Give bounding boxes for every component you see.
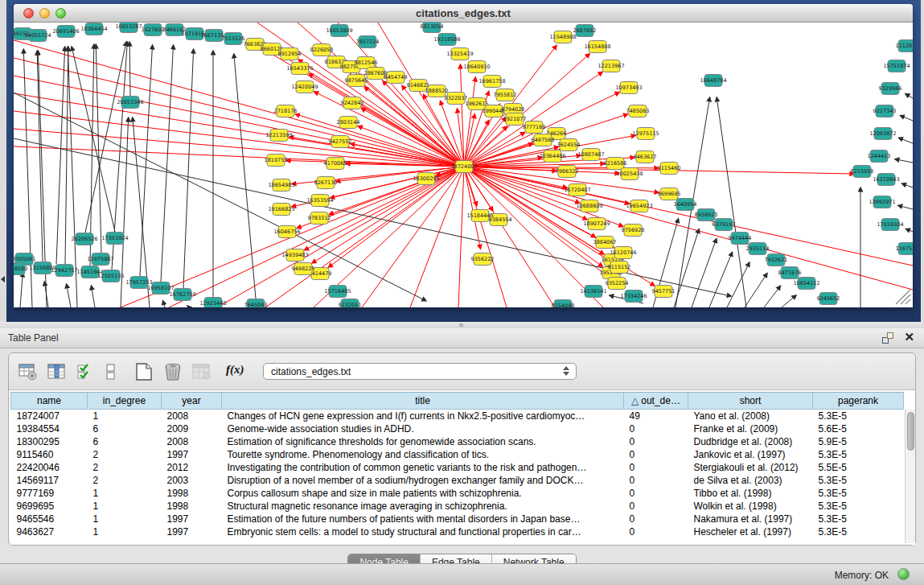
table-row[interactable]: 977716911998Corpus callosum shape and si… xyxy=(11,487,904,500)
row-height-icon[interactable] xyxy=(105,363,117,381)
graph-node[interactable]: 16046756 xyxy=(273,226,300,238)
graph-node[interactable]: 6379197 xyxy=(713,219,736,231)
graph-node[interactable]: 3884067 xyxy=(593,237,617,249)
function-builder-icon[interactable]: f(x) xyxy=(226,363,250,381)
column-header-short[interactable]: short xyxy=(688,393,813,410)
graph-node[interactable]: 9777169 xyxy=(523,122,546,134)
graph-node[interactable]: 6497568 xyxy=(532,134,555,146)
delete-table-icon[interactable] xyxy=(163,363,183,381)
graph-node[interactable]: 18654983 xyxy=(268,179,294,192)
graph-node[interactable]: 1527602 xyxy=(142,24,165,36)
graph-node[interactable]: 16210643 xyxy=(873,174,899,186)
table-settings-icon[interactable] xyxy=(18,363,38,381)
graph-node[interactable]: 12213967 xyxy=(598,60,624,72)
graph-node[interactable]: 1640954 xyxy=(674,199,697,211)
graph-node[interactable]: 10654112 xyxy=(793,278,819,290)
graph-node[interactable]: 10973493 xyxy=(615,82,642,94)
graph-node[interactable]: 9329966 xyxy=(879,83,902,95)
column-header-out_de[interactable]: △out_de… xyxy=(624,393,688,410)
column-header-pagerank[interactable]: pagerank xyxy=(813,393,904,410)
graph-node[interactable]: 9115152 xyxy=(608,262,631,274)
graph-node[interactable]: 9498225 xyxy=(292,263,315,275)
graph-node[interactable]: 12093872 xyxy=(869,128,896,140)
select-rows-icon[interactable] xyxy=(76,363,96,381)
graph-node[interactable]: 12923448 xyxy=(199,298,226,308)
graph-node[interactable]: 1244413 xyxy=(868,150,891,163)
table-row[interactable]: 1938455462009Genome-wide association stu… xyxy=(11,422,904,435)
graph-node[interactable]: 20053346 xyxy=(117,97,143,109)
graph-node[interactable]: 14136141 xyxy=(580,286,606,298)
table-row[interactable]: 911546021997Tourette syndrome. Phenomeno… xyxy=(11,448,904,461)
graph-node[interactable]: 7955812 xyxy=(494,89,517,101)
graph-node[interactable]: 8322037 xyxy=(445,93,468,105)
graph-node[interactable]: 12420049 xyxy=(291,81,318,93)
graph-node[interactable]: 19218586 xyxy=(433,34,460,46)
graph-node[interactable]: 9457751 xyxy=(652,286,676,298)
graph-node[interactable]: 2935114 xyxy=(746,243,770,255)
graph-node[interactable]: 4170065 xyxy=(324,158,347,170)
graph-node[interactable]: 1112877 xyxy=(896,40,913,52)
graph-node[interactable]: 9463627 xyxy=(634,151,657,163)
graph-node[interactable]: 16353594 xyxy=(306,195,333,207)
graph-node[interactable]: 1167534 xyxy=(896,243,913,255)
import-table-icon[interactable] xyxy=(192,363,211,381)
graph-node[interactable]: 9242843 xyxy=(341,97,364,109)
graph-node[interactable]: 13992971 xyxy=(869,196,895,208)
float-panel-icon[interactable] xyxy=(882,332,893,344)
graph-node[interactable]: 7515526 xyxy=(222,33,245,45)
network-graph-canvas[interactable]: 1991515714055724206914061838445410653287… xyxy=(14,23,913,307)
column-header-name[interactable]: name xyxy=(11,393,88,410)
graph-node[interactable]: 12975115 xyxy=(632,128,659,140)
citation-network-graph[interactable]: 1991515714055724206914061838445410653287… xyxy=(14,23,913,307)
graph-node[interactable]: 8226058 xyxy=(310,44,334,56)
new-table-icon[interactable] xyxy=(134,363,154,381)
resize-grip-icon[interactable] xyxy=(896,290,910,304)
column-header-in_degree[interactable]: in_degree xyxy=(88,393,162,410)
table-scrollbar-thumb[interactable] xyxy=(907,412,914,451)
column-header-year[interactable]: year xyxy=(162,393,222,410)
graph-node[interactable]: 2718176 xyxy=(274,105,298,117)
table-scrollbar[interactable] xyxy=(905,410,915,543)
graph-node[interactable]: 9245652 xyxy=(817,293,840,305)
graph-node[interactable]: 12975887 xyxy=(87,253,113,266)
graph-node[interactable]: 9783312 xyxy=(308,212,331,225)
panel-collapse-arrow-icon[interactable] xyxy=(1,276,5,282)
graph-node[interactable]: 7932621 xyxy=(765,254,788,266)
graph-node[interactable]: 9474444 xyxy=(729,233,752,245)
table-row[interactable]: 946362711997Embryonic stem cells: a mode… xyxy=(11,525,904,538)
graph-node[interactable]: 8813054 xyxy=(421,23,444,33)
memory-status-indicator[interactable] xyxy=(897,568,910,580)
table-row[interactable]: 1830029562008Estimation of significance … xyxy=(11,435,904,448)
close-panel-icon[interactable]: ✕ xyxy=(904,331,914,344)
split-pane-divider[interactable] xyxy=(0,322,924,328)
table-row[interactable]: 946554611997Estimation of the future num… xyxy=(11,513,904,525)
graph-node[interactable]: 7857224 xyxy=(356,36,380,48)
node-table-grid[interactable]: namein_degreeyeartitle△out_de…shortpager… xyxy=(10,392,904,538)
graph-node[interactable]: 16648784 xyxy=(700,75,726,87)
graph-node[interactable]: 9352254 xyxy=(606,278,629,290)
graph-node[interactable]: 18640910 xyxy=(463,61,490,73)
graph-node[interactable]: 7986322 xyxy=(556,166,579,178)
graph-node[interactable]: 10653287 xyxy=(115,23,142,33)
graph-node[interactable]: 3624554 xyxy=(557,139,581,151)
graph-node[interactable]: 16961758 xyxy=(478,76,505,88)
graph-node[interactable]: 8912954 xyxy=(278,48,302,60)
graph-node[interactable]: 9427552 xyxy=(329,136,352,148)
graph-node[interactable]: 1810753 xyxy=(265,154,288,167)
graph-node[interactable]: 18907249 xyxy=(583,218,610,230)
graph-node[interactable]: 16543376 xyxy=(286,63,313,75)
column-header-title[interactable]: title xyxy=(222,393,624,410)
network-table-select[interactable]: citations_edges.txt xyxy=(263,363,577,380)
graph-node[interactable]: 2687682 xyxy=(573,25,597,37)
graph-node[interactable]: 8471676 xyxy=(778,267,802,279)
graph-node[interactable]: 9875645 xyxy=(345,75,368,87)
graph-node[interactable]: 9756928 xyxy=(622,225,645,237)
table-row[interactable]: 1456911722003Disruption of a novel membe… xyxy=(11,474,904,487)
graph-node[interactable]: 9232051 xyxy=(339,299,362,308)
graph-node[interactable]: 8267130 xyxy=(314,177,338,189)
graph-node[interactable]: 7485063 xyxy=(626,105,650,117)
graph-node[interactable]: 18384454 xyxy=(80,23,107,35)
network-window-titlebar[interactable]: citations_edges.txt xyxy=(14,4,913,23)
table-row[interactable]: 1872400712008Changes of HCN gene express… xyxy=(11,410,904,422)
graph-node[interactable]: 7645043 xyxy=(244,299,268,308)
